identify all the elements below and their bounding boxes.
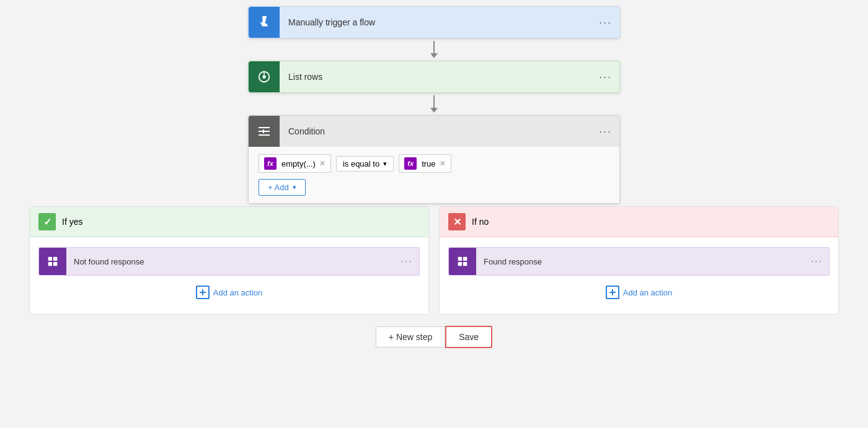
svg-rect-14 [458, 262, 462, 266]
svg-rect-12 [458, 257, 462, 261]
branch-yes-box: ✓ If yes Not found response ··· [29, 206, 429, 315]
add-action-no-svg [608, 288, 617, 297]
listrows-node[interactable]: List rows ··· [248, 61, 620, 93]
arrow-2 [430, 93, 438, 115]
trigger-icon [249, 7, 280, 38]
arrow-line-2 [433, 95, 435, 108]
trigger-node[interactable]: Manually trigger a flow ··· [248, 6, 620, 38]
branch-yes-body: Not found response ··· Add an action [30, 237, 428, 314]
x-mark-icon: ✕ [453, 216, 461, 228]
condition-left-close[interactable]: ✕ [319, 159, 326, 168]
branch-no-action-label: Found response [476, 257, 805, 266]
condition-menu[interactable]: ··· [591, 125, 619, 138]
svg-rect-9 [53, 262, 57, 266]
condition-operator-chevron: ▾ [383, 160, 387, 168]
branch-no-add-action[interactable]: Add an action [448, 281, 830, 304]
condition-node[interactable]: Condition ··· fx empty(...) ✕ is equal t… [248, 115, 620, 204]
branch-yes-action[interactable]: Not found response ··· [38, 247, 420, 276]
condition-icon [249, 116, 280, 147]
condition-left-value: empty(...) [281, 159, 316, 168]
branch-yes-action-icon [39, 248, 66, 275]
branch-no-action-menu[interactable]: ··· [805, 256, 829, 267]
listrows-svg-icon [257, 70, 271, 84]
trigger-svg-icon [257, 15, 271, 29]
svg-rect-7 [53, 257, 57, 261]
svg-rect-11 [200, 292, 206, 293]
branch-no-icon: ✕ [448, 213, 466, 230]
new-step-button[interactable]: + New step [376, 326, 445, 347]
arrow-head-2 [430, 108, 438, 113]
fx-icon-left: fx [264, 157, 277, 170]
branch-yes-action-label: Not found response [66, 257, 395, 266]
svg-rect-4 [259, 134, 270, 136]
svg-rect-2 [259, 127, 270, 128]
branch-no-body: Found response ··· Add an action [440, 237, 838, 314]
listrows-icon [249, 61, 280, 92]
branch-no-box: ✕ If no Found response ··· [439, 206, 839, 315]
condition-svg-icon [257, 124, 272, 139]
svg-rect-15 [463, 262, 467, 266]
condition-operator-label: is equal to [343, 159, 379, 168]
trigger-menu[interactable]: ··· [591, 16, 619, 29]
arrow-line-1 [433, 41, 435, 53]
checkmark-icon: ✓ [43, 216, 51, 228]
branch-no-action-icon [449, 248, 476, 275]
action-no-svg [456, 255, 469, 268]
arrow-1 [430, 38, 438, 61]
svg-rect-8 [48, 262, 52, 266]
condition-left-chip[interactable]: fx empty(...) ✕ [259, 154, 331, 173]
branch-yes-add-action[interactable]: Add an action [38, 281, 420, 304]
trigger-label: Manually trigger a flow [280, 17, 591, 27]
condition-label: Condition [280, 126, 591, 136]
save-button[interactable]: Save [445, 326, 492, 348]
condition-add-chevron: ▾ [293, 183, 296, 191]
condition-right-close[interactable]: ✕ [440, 159, 446, 168]
flow-canvas: Manually trigger a flow ··· List rows ··… [0, 0, 868, 428]
branch-yes-add-label: Add an action [213, 288, 263, 297]
branch-no-label: If no [472, 217, 489, 227]
arrow-head-1 [430, 53, 438, 58]
svg-point-1 [262, 75, 266, 79]
add-action-no-icon [606, 286, 619, 299]
bottom-toolbar: + New step Save [376, 326, 492, 348]
condition-right-value: true [422, 159, 435, 168]
add-action-yes-svg [198, 288, 207, 297]
branch-no-action[interactable]: Found response ··· [448, 247, 830, 276]
svg-rect-5 [263, 129, 264, 133]
listrows-menu[interactable]: ··· [591, 71, 619, 84]
condition-add-label: + Add [268, 183, 289, 192]
condition-right-chip[interactable]: fx true ✕ [399, 154, 451, 173]
condition-operator[interactable]: is equal to ▾ [336, 156, 394, 172]
branch-container: ✓ If yes Not found response ··· [29, 206, 839, 315]
branch-no-header: ✕ If no [440, 207, 838, 237]
condition-row: fx empty(...) ✕ is equal to ▾ fx true ✕ [259, 154, 609, 173]
fx-icon-right: fx [404, 157, 417, 170]
branch-yes-icon: ✓ [38, 213, 56, 230]
add-action-yes-icon [196, 286, 210, 299]
condition-body: fx empty(...) ✕ is equal to ▾ fx true ✕ … [249, 147, 619, 203]
branch-yes-header: ✓ If yes [30, 207, 428, 237]
condition-add-button[interactable]: + Add ▾ [259, 179, 306, 196]
condition-header: Condition ··· [249, 116, 619, 147]
svg-rect-13 [463, 257, 467, 261]
branch-no-add-label: Add an action [623, 288, 673, 297]
svg-rect-17 [609, 292, 616, 293]
action-yes-svg [46, 255, 60, 268]
svg-rect-6 [48, 257, 52, 261]
branch-yes-action-menu[interactable]: ··· [395, 256, 419, 267]
listrows-label: List rows [280, 72, 591, 82]
branch-yes-label: If yes [62, 217, 82, 227]
